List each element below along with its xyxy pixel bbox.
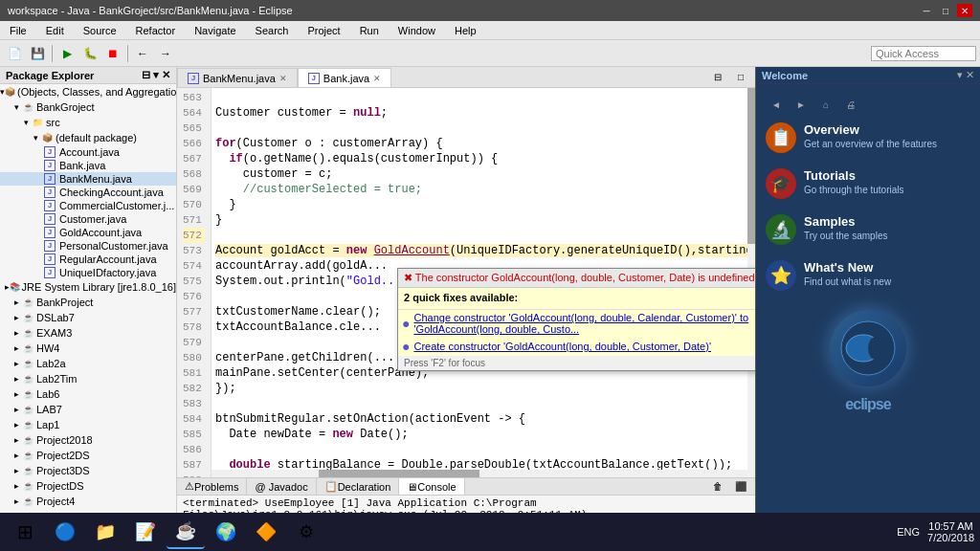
tree-account-java[interactable]: J Account.java [0,145,176,159]
save-button[interactable]: 💾 [27,43,48,64]
tree-regular-java[interactable]: J RegularAccount.java [0,253,176,266]
minimize-button[interactable]: ─ [919,4,934,17]
menu-refactor[interactable]: Refactor [130,23,182,38]
tree-project2ds[interactable]: ▸☕Project2DS [0,448,176,463]
tab-javadoc[interactable]: @ Javadoc [247,478,316,495]
popup-fix-2[interactable]: ● Create constructor 'GoldAccount(long, … [398,337,755,356]
tree-bankmenu-java[interactable]: J BankMenu.java [0,172,176,186]
pe-menu-icon[interactable]: ▾ [153,69,159,81]
start-button[interactable]: ⊞ [6,515,44,549]
tree-default-package[interactable]: ▾ 📦 (default package) [0,130,176,145]
tree-expand-arrow[interactable]: ▾ [31,133,40,143]
menu-edit[interactable]: Edit [40,23,70,38]
editor-min-button[interactable]: ⊟ [707,67,728,87]
tab-problems[interactable]: ⚠ Problems [177,478,247,495]
tree-commercial-java[interactable]: J CommercialCustomer.j... [0,199,176,212]
tree-lap1[interactable]: ▸☕Lap1 [0,417,176,432]
close-button[interactable]: ✕ [957,4,972,17]
tree-project3ds[interactable]: ▸☕Project3DS [0,463,176,478]
pe-close-icon[interactable]: ✕ [162,69,170,81]
quick-access-input[interactable] [876,48,971,59]
welcome-samples[interactable]: 🔬 Samples Try out the samples [766,214,970,245]
tree-customer-java[interactable]: J Customer.java [0,212,176,226]
tree-bank-java[interactable]: J Bank.java [0,159,176,172]
code-editor[interactable]: 563564565566567 568569570571572 57357457… [177,88,755,477]
tree-bankgroject[interactable]: ▾ ☕ BankGroject [0,99,176,115]
welcome-overview[interactable]: 📋 Overview Get an overview of the featur… [766,122,970,153]
tree-gold-java[interactable]: J GoldAccount.java [0,226,176,239]
pe-collapse-icon[interactable]: ⊟ [142,69,150,81]
menu-search[interactable]: Search [250,23,295,38]
console-clear-button[interactable]: 🗑 [707,476,728,497]
menu-help[interactable]: Help [449,23,482,38]
menu-navigate[interactable]: Navigate [189,23,241,38]
tree-hw4[interactable]: ▸☕HW4 [0,341,176,356]
back-button[interactable]: ← [132,43,153,64]
menu-window[interactable]: Window [392,23,441,38]
tree-lab2tim[interactable]: ▸☕Lab2Tim [0,371,176,386]
welcome-forward[interactable]: ► [791,94,812,115]
tree-project4[interactable]: ▸☕Project4 [0,494,176,509]
welcome-back[interactable]: ◄ [766,94,787,115]
popup-fix-1[interactable]: ● Change constructor 'GoldAccount(long, … [398,310,755,337]
welcome-menu-icon[interactable]: ▾ [957,69,963,81]
welcome-whats-new[interactable]: ⭐ What's New Find out what is new [766,260,970,291]
tools-button[interactable]: ⚙ [287,515,325,549]
tree-unique-java[interactable]: J UniqueIDfactory.java [0,266,176,279]
tab-bankmenu[interactable]: J BankMenu.java ✕ [177,68,298,87]
debug-button[interactable]: 🐛 [79,43,100,64]
welcome-tutorials[interactable]: 🎓 Tutorials Go through the tutorials [766,168,970,199]
popup-fix-2-label[interactable]: Create constructor 'GoldAccount(long, do… [413,341,711,352]
ie-button[interactable]: 🔵 [46,515,84,549]
tree-jre[interactable]: ▸ 📚 JRE System Library [jre1.8.0_16] [0,279,176,295]
explorer-button[interactable]: 📁 [86,515,124,549]
tree-lab6[interactable]: ▸☕Lab6 [0,386,176,402]
console-terminate-button[interactable]: ⬛ [730,476,751,497]
tab-console[interactable]: 🖥 Console [399,478,464,495]
window-title: workspace - Java - BankGroject/src/BankM… [8,5,293,16]
menu-file[interactable]: File [4,23,33,38]
quick-access-box[interactable] [871,46,976,61]
tree-projectds[interactable]: ▸☕ProjectDS [0,478,176,494]
tab-bank[interactable]: J Bank.java ✕ [298,68,391,87]
window-controls: ─ □ ✕ [919,4,972,17]
tree-expand-arrow[interactable]: ▾ [11,102,21,112]
browser-button[interactable]: 🌍 [207,515,245,549]
tree-dslab7[interactable]: ▸☕DSLab7 [0,310,176,325]
tab-bankmenu-close[interactable]: ✕ [279,74,287,83]
tab-declaration[interactable]: 📋 Declaration [317,478,400,495]
stop-button[interactable]: ⏹ [102,43,123,64]
tree-project2018[interactable]: ▸☕Project2018 [0,432,176,448]
tree-root[interactable]: ▾ 📦 (Objects, Classes, and Aggregatio... [0,84,176,99]
popup-fix-1-label[interactable]: Change constructor 'GoldAccount(long, do… [413,312,755,335]
eclipse-task-button[interactable]: ☕ [167,515,205,549]
maximize-button[interactable]: □ [938,4,953,17]
tree-item-label: PersonalCustomer.java [59,240,168,252]
editor-hscrollbar-thumb[interactable] [319,470,479,477]
notepad-button[interactable]: 📝 [126,515,165,549]
tree-src[interactable]: ▾ 📁 src [0,115,176,130]
editor-scrollbar-thumb[interactable] [747,88,755,244]
tree-expand-arrow[interactable]: ▸ [11,298,21,307]
tree-expand-arrow[interactable]: ▾ [21,118,31,127]
welcome-close-icon[interactable]: ✕ [966,69,974,81]
welcome-home[interactable]: ⌂ [815,94,836,115]
java-button[interactable]: 🔶 [247,515,285,549]
editor-max-button[interactable]: □ [730,67,751,87]
forward-button[interactable]: → [155,43,176,64]
tab-bank-close[interactable]: ✕ [373,74,381,83]
tree-bankproject[interactable]: ▸ ☕ BankProject [0,295,176,310]
taskbar: ⊞ 🔵 📁 📝 ☕ 🌍 🔶 ⚙ ENG 10:57 AM 7/20/2018 [0,513,980,551]
tree-personal-java[interactable]: J PersonalCustomer.java [0,239,176,253]
new-button[interactable]: 📄 [4,43,25,64]
tree-checking-java[interactable]: J CheckingAccount.java [0,186,176,199]
menu-project[interactable]: Project [301,23,345,38]
editor-hscrollbar[interactable] [212,470,747,477]
welcome-print[interactable]: 🖨 [840,94,861,115]
run-button[interactable]: ▶ [56,43,78,64]
menu-run[interactable]: Run [354,23,385,38]
tree-lab7[interactable]: ▸☕LAB7 [0,402,176,417]
tree-exam3[interactable]: ▸☕EXAM3 [0,325,176,341]
tree-lab2a[interactable]: ▸☕Lab2a [0,356,176,371]
menu-source[interactable]: Source [78,23,122,38]
